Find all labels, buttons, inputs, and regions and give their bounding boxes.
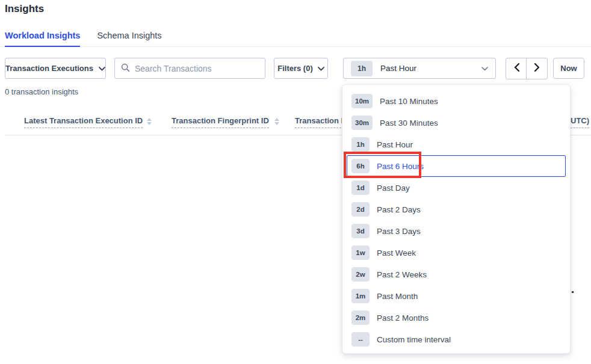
chevron-down-icon [99, 64, 105, 73]
column-header-start-time-utc[interactable]: UTC) [571, 116, 589, 128]
page-title: Insights [5, 3, 44, 15]
filters-label: Filters (0) [277, 64, 313, 73]
time-interval-label: Past Hour [380, 64, 416, 73]
column-header-transaction-fingerprint-id[interactable]: Transaction Fingerprint ID [172, 116, 269, 128]
time-option-badge: 1w [351, 245, 370, 260]
insights-count: 0 transaction insights [5, 87, 78, 96]
chevron-left-icon [514, 63, 519, 74]
sort-asc-icon [274, 118, 279, 121]
time-option-past-6-hours[interactable]: 6h Past 6 Hours [347, 155, 566, 177]
time-option-past-week[interactable]: 1w Past Week [347, 242, 566, 264]
time-option-past-hour[interactable]: 1h Past Hour [347, 134, 566, 155]
tab-schema-insights[interactable]: Schema Insights [97, 25, 161, 47]
sort-desc-icon [147, 122, 152, 125]
time-option-past-day[interactable]: 1d Past Day [347, 177, 566, 199]
now-button[interactable]: Now [553, 58, 584, 79]
time-option-badge: 2d [351, 202, 370, 217]
time-option-badge: 2m [351, 310, 370, 325]
time-option-badge: 30m [351, 116, 373, 130]
time-interval-badge: 1h [351, 61, 373, 76]
sort-asc-icon [147, 118, 152, 121]
sort-icon[interactable] [274, 118, 279, 125]
time-option-badge: 1h [351, 137, 370, 152]
chevron-down-icon [481, 64, 488, 73]
time-option-badge: 2w [351, 267, 370, 282]
time-option-past-30-minutes[interactable]: 30m Past 30 Minutes [347, 112, 566, 134]
type-select-label: Transaction Executions [5, 64, 93, 73]
time-option-badge: 6h [351, 159, 370, 173]
time-option-past-3-days[interactable]: 3d Past 3 Days [347, 220, 566, 242]
now-label: Now [560, 64, 577, 73]
tabs-bar: Workload Insights Schema Insights [0, 25, 591, 47]
chevron-right-icon [534, 63, 540, 74]
filters-button[interactable]: Filters (0) [274, 58, 328, 79]
tab-label: Schema Insights [97, 31, 161, 40]
tab-workload-insights[interactable]: Workload Insights [5, 25, 80, 47]
time-option-badge: 3d [351, 224, 370, 238]
time-option-past-2-weeks[interactable]: 2w Past 2 Weeks [347, 264, 566, 285]
chevron-down-icon [318, 64, 324, 73]
sort-icon[interactable] [146, 118, 152, 125]
time-option-badge: -- [351, 332, 370, 347]
search-box [114, 58, 265, 79]
time-option-past-10-minutes[interactable]: 10m Past 10 Minutes [347, 90, 566, 112]
search-input[interactable] [135, 64, 259, 73]
time-option-custom-interval[interactable]: -- Custom time interval [347, 329, 566, 350]
prev-interval-button[interactable] [506, 58, 527, 79]
search-icon [121, 63, 130, 74]
time-option-badge: 1d [351, 180, 370, 195]
transaction-type-select[interactable]: Transaction Executions [5, 58, 106, 79]
time-option-badge: 1m [351, 289, 370, 303]
time-option-past-month[interactable]: 1m Past Month [347, 285, 566, 307]
time-interval-picker[interactable]: 1h Past Hour [343, 58, 496, 79]
next-interval-button[interactable] [526, 58, 548, 79]
time-option-past-2-months[interactable]: 2m Past 2 Months [347, 307, 566, 329]
time-dropdown-panel: 10m Past 10 Minutes 30m Past 30 Minutes … [342, 84, 571, 354]
tab-label: Workload Insights [5, 31, 80, 40]
column-header-latest-transaction-execution-id[interactable]: Latest Transaction Execution ID [24, 116, 143, 128]
time-option-past-2-days[interactable]: 2d Past 2 Days [347, 199, 566, 220]
sort-desc-icon [274, 122, 279, 125]
time-option-badge: 10m [351, 94, 373, 108]
insights-page: Insights Workload Insights Schema Insigh… [0, 0, 591, 364]
